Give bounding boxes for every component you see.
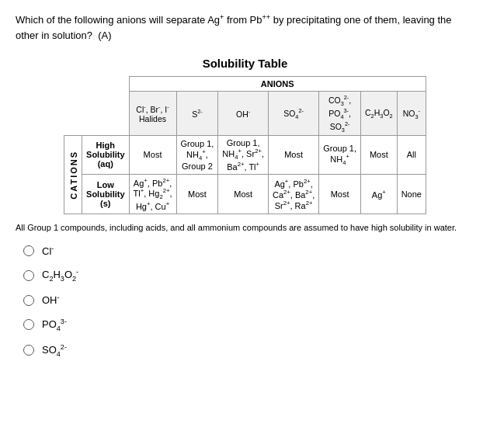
option-c2h3o2[interactable]: C2H3O2- <box>23 268 474 283</box>
ls-s2: Most <box>176 174 218 214</box>
cations-label: CATIONS <box>64 136 82 214</box>
header-oh: OH- <box>218 92 269 136</box>
table-wrapper: ANIONS Cl-, Br-, I-Halides S2- OH- SO42-… <box>16 76 474 214</box>
hs-s2: Group 1,NH4+,Group 2 <box>176 136 218 175</box>
option-cl[interactable]: Cl- <box>23 245 474 257</box>
header-co3: CO32-,PO43-,SO32- <box>319 92 361 136</box>
ls-oh: Most <box>218 174 269 214</box>
ls-co3: Most <box>319 174 361 214</box>
hs-co3: Group 1,NH4+ <box>319 136 361 175</box>
option-oh[interactable]: OH- <box>23 293 474 306</box>
ls-no3: None <box>397 174 426 214</box>
ls-halides: Ag+, Pb2+,Tl+, Hg22+,Hg+, Cu+ <box>129 174 176 214</box>
radio-po4[interactable] <box>23 319 34 330</box>
radio-cl[interactable] <box>23 245 34 256</box>
radio-c2h3o2[interactable] <box>23 270 34 281</box>
solubility-table: ANIONS Cl-, Br-, I-Halides S2- OH- SO42-… <box>64 76 426 214</box>
header-so4: SO42- <box>268 92 318 136</box>
ls-c2h3o2: Ag+ <box>361 174 398 214</box>
label-so4: SO42- <box>42 343 67 358</box>
hs-c2h3o2: Most <box>361 136 398 175</box>
header-no3: NO3- <box>397 92 426 136</box>
anions-header: ANIONS <box>129 77 426 92</box>
high-solubility-label: HighSolubility(aq) <box>82 136 130 175</box>
hs-halides: Most <box>129 136 176 175</box>
header-halides: Cl-, Br-, I-Halides <box>129 92 176 136</box>
low-solubility-label: LowSolubility(s) <box>82 174 130 214</box>
label-oh: OH- <box>42 293 60 306</box>
hs-oh: Group 1,NH4+, Sr2+,Ba2+, Tl+ <box>218 136 269 175</box>
label-cl: Cl- <box>42 245 54 257</box>
radio-so4[interactable] <box>23 345 34 356</box>
question-text: Which of the following anions will separ… <box>16 12 474 43</box>
table-title: Solubility Table <box>16 57 474 70</box>
radio-oh[interactable] <box>23 295 34 306</box>
option-po4[interactable]: PO43- <box>23 318 474 332</box>
header-c2h3o2: C2H3O2 <box>361 92 398 136</box>
hs-no3: All <box>397 136 426 175</box>
ls-so4: Ag+, Pb2+,Ca2+, Ba2+,Sr2+, Ra2+ <box>268 174 318 214</box>
options-list: Cl- C2H3O2- OH- PO43- SO42- <box>16 245 474 357</box>
footnote: All Group 1 compounds, including acids, … <box>16 222 474 234</box>
label-po4: PO43- <box>42 318 67 332</box>
label-c2h3o2: C2H3O2- <box>42 268 78 283</box>
hs-so4: Most <box>268 136 318 175</box>
header-s2: S2- <box>176 92 218 136</box>
option-so4[interactable]: SO42- <box>23 343 474 358</box>
